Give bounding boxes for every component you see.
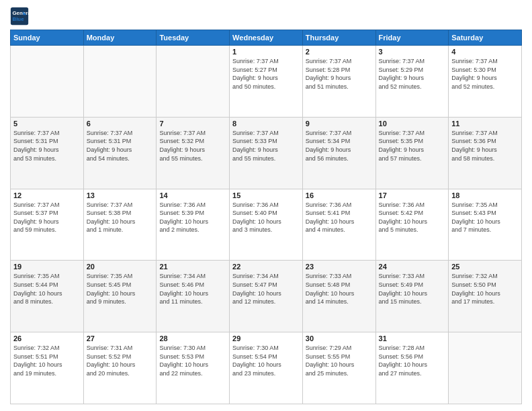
calendar-cell: 11Sunrise: 7:37 AM Sunset: 5:36 PM Dayli… <box>449 117 522 189</box>
day-number: 3 <box>379 48 446 56</box>
calendar-cell: 1Sunrise: 7:37 AM Sunset: 5:27 PM Daylig… <box>230 46 303 118</box>
calendar-cell: 6Sunrise: 7:37 AM Sunset: 5:31 PM Daylig… <box>83 117 157 189</box>
calendar-cell <box>449 332 522 404</box>
day-info: Sunrise: 7:37 AM Sunset: 5:31 PM Dayligh… <box>13 129 81 163</box>
day-number: 7 <box>159 120 226 128</box>
day-number: 31 <box>379 334 446 342</box>
calendar-week-row: 12Sunrise: 7:37 AM Sunset: 5:37 PM Dayli… <box>11 189 522 261</box>
calendar-cell: 3Sunrise: 7:37 AM Sunset: 5:29 PM Daylig… <box>375 46 449 118</box>
calendar-table: SundayMondayTuesdayWednesdayThursdayFrid… <box>10 30 522 404</box>
header: General Blue <box>10 7 522 26</box>
day-number: 13 <box>87 191 154 199</box>
day-number: 8 <box>232 120 300 128</box>
day-info: Sunrise: 7:36 AM Sunset: 5:41 PM Dayligh… <box>306 201 373 234</box>
calendar-cell: 7Sunrise: 7:37 AM Sunset: 5:32 PM Daylig… <box>157 117 230 189</box>
day-info: Sunrise: 7:37 AM Sunset: 5:27 PM Dayligh… <box>232 57 300 91</box>
day-number: 11 <box>451 120 519 128</box>
day-number: 27 <box>87 334 154 342</box>
day-info: Sunrise: 7:30 AM Sunset: 5:54 PM Dayligh… <box>232 344 300 377</box>
logo: General Blue <box>10 7 29 26</box>
day-number: 21 <box>159 263 226 271</box>
calendar-cell: 18Sunrise: 7:35 AM Sunset: 5:43 PM Dayli… <box>449 189 522 261</box>
day-info: Sunrise: 7:36 AM Sunset: 5:39 PM Dayligh… <box>159 201 226 234</box>
day-info: Sunrise: 7:36 AM Sunset: 5:42 PM Dayligh… <box>379 201 446 234</box>
calendar-cell: 13Sunrise: 7:37 AM Sunset: 5:38 PM Dayli… <box>83 189 157 261</box>
calendar-cell: 12Sunrise: 7:37 AM Sunset: 5:37 PM Dayli… <box>11 189 84 261</box>
calendar-cell: 21Sunrise: 7:34 AM Sunset: 5:46 PM Dayli… <box>157 261 230 332</box>
calendar-cell: 16Sunrise: 7:36 AM Sunset: 5:41 PM Dayli… <box>302 189 375 261</box>
calendar-week-row: 1Sunrise: 7:37 AM Sunset: 5:27 PM Daylig… <box>11 46 522 118</box>
day-info: Sunrise: 7:37 AM Sunset: 5:35 PM Dayligh… <box>379 129 446 163</box>
day-number: 12 <box>13 191 81 199</box>
day-number: 10 <box>379 120 446 128</box>
calendar-cell: 14Sunrise: 7:36 AM Sunset: 5:39 PM Dayli… <box>157 189 230 261</box>
day-number: 24 <box>379 263 446 271</box>
day-number: 25 <box>451 263 519 271</box>
day-number: 28 <box>159 334 226 342</box>
day-info: Sunrise: 7:33 AM Sunset: 5:49 PM Dayligh… <box>379 272 446 306</box>
day-number: 23 <box>306 263 373 271</box>
calendar-week-row: 5Sunrise: 7:37 AM Sunset: 5:31 PM Daylig… <box>11 117 522 189</box>
day-number: 5 <box>13 120 81 128</box>
day-info: Sunrise: 7:35 AM Sunset: 5:43 PM Dayligh… <box>451 201 519 234</box>
day-info: Sunrise: 7:31 AM Sunset: 5:52 PM Dayligh… <box>87 344 154 377</box>
day-number: 18 <box>451 191 519 199</box>
day-info: Sunrise: 7:37 AM Sunset: 5:36 PM Dayligh… <box>451 129 519 163</box>
calendar-cell <box>157 46 230 118</box>
calendar-cell: 25Sunrise: 7:32 AM Sunset: 5:50 PM Dayli… <box>449 261 522 332</box>
calendar-cell: 29Sunrise: 7:30 AM Sunset: 5:54 PM Dayli… <box>230 332 303 404</box>
calendar-cell: 4Sunrise: 7:37 AM Sunset: 5:30 PM Daylig… <box>449 46 522 118</box>
day-info: Sunrise: 7:37 AM Sunset: 5:32 PM Dayligh… <box>159 129 226 163</box>
weekday-header: Tuesday <box>157 30 230 46</box>
day-info: Sunrise: 7:37 AM Sunset: 5:31 PM Dayligh… <box>87 129 154 163</box>
day-info: Sunrise: 7:36 AM Sunset: 5:40 PM Dayligh… <box>232 201 300 234</box>
calendar-cell: 30Sunrise: 7:29 AM Sunset: 5:55 PM Dayli… <box>302 332 375 404</box>
weekday-header: Friday <box>375 30 449 46</box>
day-info: Sunrise: 7:32 AM Sunset: 5:50 PM Dayligh… <box>451 272 519 306</box>
day-number: 30 <box>306 334 373 342</box>
day-number: 20 <box>87 263 154 271</box>
day-number: 15 <box>232 191 300 199</box>
weekday-header: Sunday <box>11 30 84 46</box>
calendar-cell: 19Sunrise: 7:35 AM Sunset: 5:44 PM Dayli… <box>11 261 84 332</box>
calendar-cell: 5Sunrise: 7:37 AM Sunset: 5:31 PM Daylig… <box>11 117 84 189</box>
day-info: Sunrise: 7:29 AM Sunset: 5:55 PM Dayligh… <box>306 344 373 377</box>
day-info: Sunrise: 7:32 AM Sunset: 5:51 PM Dayligh… <box>13 344 81 377</box>
day-number: 6 <box>87 120 154 128</box>
day-info: Sunrise: 7:30 AM Sunset: 5:53 PM Dayligh… <box>159 344 226 377</box>
day-info: Sunrise: 7:34 AM Sunset: 5:46 PM Dayligh… <box>159 272 226 306</box>
day-info: Sunrise: 7:35 AM Sunset: 5:44 PM Dayligh… <box>13 272 81 306</box>
calendar-cell: 15Sunrise: 7:36 AM Sunset: 5:40 PM Dayli… <box>230 189 303 261</box>
calendar-cell <box>11 46 84 118</box>
day-number: 2 <box>306 48 373 56</box>
day-number: 16 <box>306 191 373 199</box>
calendar-cell: 27Sunrise: 7:31 AM Sunset: 5:52 PM Dayli… <box>83 332 157 404</box>
weekday-header: Thursday <box>302 30 375 46</box>
calendar-cell: 23Sunrise: 7:33 AM Sunset: 5:48 PM Dayli… <box>302 261 375 332</box>
calendar-cell: 17Sunrise: 7:36 AM Sunset: 5:42 PM Dayli… <box>375 189 449 261</box>
calendar-cell: 28Sunrise: 7:30 AM Sunset: 5:53 PM Dayli… <box>157 332 230 404</box>
svg-text:Blue: Blue <box>13 16 25 22</box>
calendar-cell: 24Sunrise: 7:33 AM Sunset: 5:49 PM Dayli… <box>375 261 449 332</box>
day-info: Sunrise: 7:37 AM Sunset: 5:38 PM Dayligh… <box>87 201 154 234</box>
day-info: Sunrise: 7:37 AM Sunset: 5:29 PM Dayligh… <box>379 57 446 91</box>
day-number: 9 <box>306 120 373 128</box>
day-info: Sunrise: 7:37 AM Sunset: 5:30 PM Dayligh… <box>451 57 519 91</box>
day-number: 4 <box>451 48 519 56</box>
calendar-cell: 22Sunrise: 7:34 AM Sunset: 5:47 PM Dayli… <box>230 261 303 332</box>
day-number: 19 <box>13 263 81 271</box>
page: General Blue SundayMondayTuesdayWednesda… <box>0 0 532 411</box>
calendar-week-row: 19Sunrise: 7:35 AM Sunset: 5:44 PM Dayli… <box>11 261 522 332</box>
day-info: Sunrise: 7:35 AM Sunset: 5:45 PM Dayligh… <box>87 272 154 306</box>
day-number: 22 <box>232 263 300 271</box>
day-number: 14 <box>159 191 226 199</box>
day-info: Sunrise: 7:28 AM Sunset: 5:56 PM Dayligh… <box>379 344 446 377</box>
day-number: 17 <box>379 191 446 199</box>
weekday-header: Saturday <box>449 30 522 46</box>
weekday-header: Wednesday <box>230 30 303 46</box>
weekday-header: Monday <box>83 30 157 46</box>
day-number: 1 <box>232 48 300 56</box>
day-info: Sunrise: 7:37 AM Sunset: 5:34 PM Dayligh… <box>306 129 373 163</box>
calendar-cell: 8Sunrise: 7:37 AM Sunset: 5:33 PM Daylig… <box>230 117 303 189</box>
calendar-cell: 31Sunrise: 7:28 AM Sunset: 5:56 PM Dayli… <box>375 332 449 404</box>
